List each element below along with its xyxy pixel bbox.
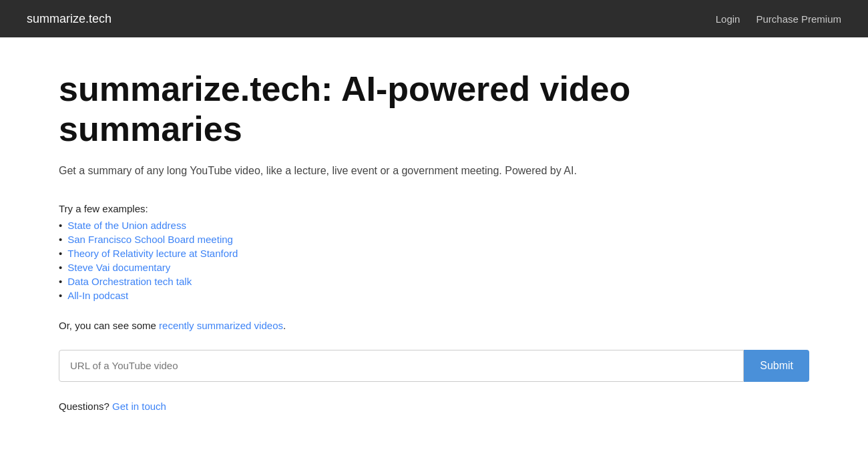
url-input[interactable] [59,350,744,382]
example-link-4[interactable]: Data Orchestration tech talk [67,276,192,287]
questions-section: Questions? Get in touch [59,401,809,412]
get-in-touch-link[interactable]: Get in touch [112,401,166,412]
example-link-3[interactable]: Steve Vai documentary [67,262,170,273]
list-item: Theory of Relativity lecture at Stanford [59,248,809,259]
recently-text-before: Or, you can see some [59,320,159,331]
site-header: summarize.tech Login Purchase Premium [0,0,868,37]
site-logo[interactable]: summarize.tech [27,12,112,26]
login-link[interactable]: Login [716,13,740,25]
recently-text-after: . [283,320,286,331]
submit-button[interactable]: Submit [744,350,809,382]
recently-summarized-link[interactable]: recently summarized videos [159,320,283,331]
examples-title: Try a few examples: [59,203,809,214]
examples-section: Try a few examples: State of the Union a… [59,203,809,301]
header-nav: Login Purchase Premium [716,13,841,25]
page-heading: summarize.tech: AI-powered video summari… [59,69,809,150]
url-form: Submit [59,350,809,382]
example-link-0[interactable]: State of the Union address [67,220,186,231]
example-link-2[interactable]: Theory of Relativity lecture at Stanford [67,248,238,259]
list-item: State of the Union address [59,220,809,231]
recently-section: Or, you can see some recently summarized… [59,320,809,331]
purchase-premium-link[interactable]: Purchase Premium [756,13,841,25]
list-item: San Francisco School Board meeting [59,234,809,245]
example-link-5[interactable]: All-In podcast [67,290,128,301]
list-item: All-In podcast [59,290,809,301]
page-subtitle: Get a summary of any long YouTube video,… [59,163,809,179]
questions-text: Questions? [59,401,112,412]
main-content: summarize.tech: AI-powered video summari… [0,37,868,476]
example-link-1[interactable]: San Francisco School Board meeting [67,234,233,245]
list-item: Steve Vai documentary [59,262,809,273]
list-item: Data Orchestration tech talk [59,276,809,287]
examples-list: State of the Union addressSan Francisco … [59,220,809,301]
